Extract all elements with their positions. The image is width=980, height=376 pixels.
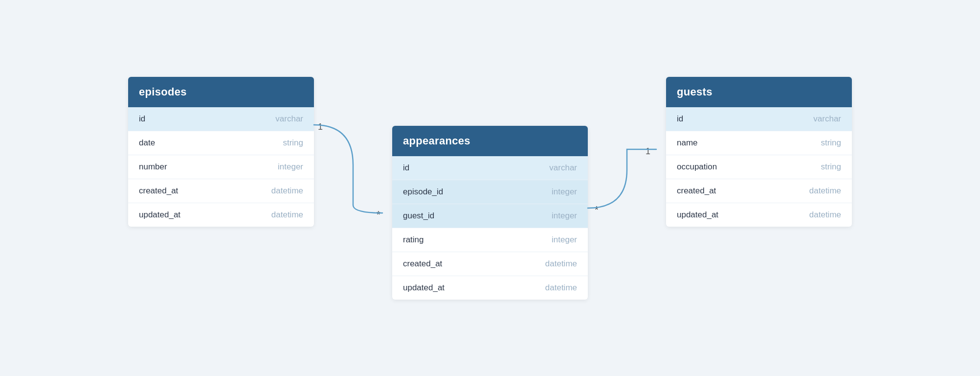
col-name: created_at (677, 186, 716, 196)
guests-table-header: guests (666, 77, 852, 107)
col-type: integer (552, 187, 577, 197)
col-type: string (821, 138, 841, 148)
col-name: date (139, 138, 155, 148)
col-type: integer (552, 211, 577, 221)
table-row: id varchar (392, 156, 588, 180)
col-name: id (139, 114, 145, 124)
col-type: integer (278, 162, 303, 172)
col-name: updated_at (403, 283, 445, 293)
guests-table: guests id varchar name string occupation… (666, 77, 852, 227)
table-row: name string (666, 131, 852, 155)
col-type: datetime (271, 186, 303, 196)
col-name: name (677, 138, 698, 148)
col-type: datetime (271, 210, 303, 220)
col-type: varchar (275, 114, 303, 124)
table-row: occupation string (666, 155, 852, 179)
col-name: updated_at (677, 210, 718, 220)
table-row: created_at datetime (666, 179, 852, 203)
col-type: varchar (813, 114, 841, 124)
appearances-table: appearances id varchar episode_id intege… (392, 126, 588, 300)
col-type: datetime (545, 283, 577, 293)
svg-text:1: 1 (646, 146, 650, 156)
col-name: number (139, 162, 167, 172)
col-type: datetime (809, 186, 841, 196)
col-type: string (821, 162, 841, 172)
table-row: guest_id integer (392, 204, 588, 228)
diagram-container: episodes id varchar date string number i… (89, 47, 891, 329)
table-row: updated_at datetime (392, 276, 588, 300)
episodes-table: episodes id varchar date string number i… (128, 77, 314, 227)
col-name: created_at (139, 186, 178, 196)
table-row: id varchar (128, 107, 314, 131)
guests-title: guests (677, 86, 713, 98)
svg-text:1: 1 (318, 122, 323, 132)
svg-text:*: * (377, 209, 380, 220)
episodes-title: episodes (139, 86, 187, 98)
col-name: id (403, 163, 409, 173)
appearances-title: appearances (403, 135, 470, 147)
episodes-table-header: episodes (128, 77, 314, 107)
col-type: datetime (809, 210, 841, 220)
table-row: created_at datetime (392, 252, 588, 276)
table-row: number integer (128, 155, 314, 179)
col-name: episode_id (403, 187, 443, 197)
col-name: occupation (677, 162, 717, 172)
col-name: rating (403, 235, 424, 245)
col-type: integer (552, 235, 577, 245)
col-name: guest_id (403, 211, 434, 221)
col-name: id (677, 114, 683, 124)
col-name: updated_at (139, 210, 180, 220)
table-row: created_at datetime (128, 179, 314, 203)
table-row: episode_id integer (392, 180, 588, 204)
table-row: id varchar (666, 107, 852, 131)
col-type: varchar (549, 163, 577, 173)
connector-app-guest: 1 * (588, 101, 666, 322)
table-row: rating integer (392, 228, 588, 252)
col-type: datetime (545, 259, 577, 269)
table-row: updated_at datetime (128, 203, 314, 227)
col-type: string (283, 138, 303, 148)
connector-ep-app: 1 * (314, 77, 392, 273)
svg-text:*: * (595, 204, 599, 215)
appearances-table-header: appearances (392, 126, 588, 156)
table-row: updated_at datetime (666, 203, 852, 227)
table-row: date string (128, 131, 314, 155)
col-name: created_at (403, 259, 442, 269)
